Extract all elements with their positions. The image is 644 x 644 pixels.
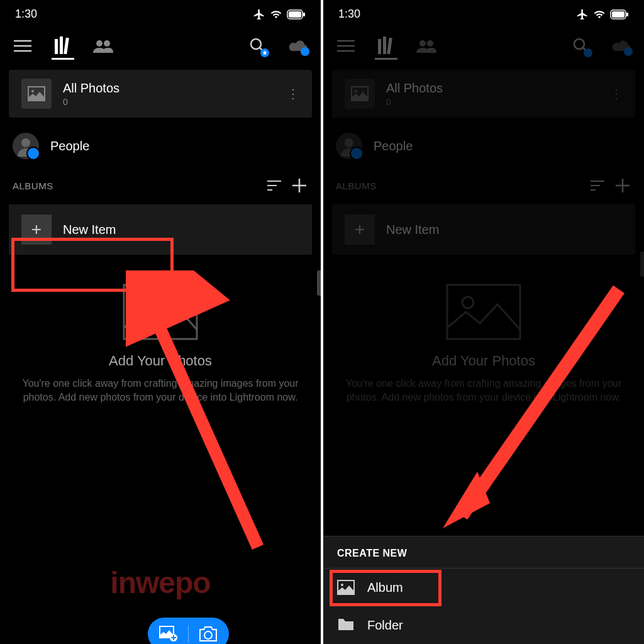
search-icon[interactable]: [247, 35, 269, 57]
folder-icon: [337, 618, 355, 633]
empty-image-icon: [446, 284, 521, 340]
people-tab-icon: [415, 35, 438, 57]
empty-state: Add Your Photos You're one click away fr…: [323, 258, 644, 418]
image-icon: [345, 79, 375, 109]
svg-point-44: [355, 90, 357, 92]
create-folder-button[interactable]: Folder: [323, 606, 644, 644]
empty-image-icon: [123, 284, 198, 340]
folder-label: Folder: [367, 618, 403, 633]
svg-point-14: [31, 90, 34, 92]
battery-icon: [610, 9, 629, 19]
empty-text: You're one click away from crafting amaz…: [342, 377, 625, 405]
people-tab-icon[interactable]: [92, 35, 114, 57]
all-photos-count: 0: [63, 97, 275, 107]
all-photos-item[interactable]: All Photos 0 ⋮: [9, 70, 312, 118]
sheet-header: CREATE NEW: [323, 536, 644, 569]
empty-text: You're one click away from crafting amaz…: [19, 377, 302, 405]
wifi-icon: [269, 9, 283, 20]
svg-point-15: [21, 138, 30, 147]
wifi-icon: [592, 9, 606, 20]
cloud-icon[interactable]: [287, 35, 309, 57]
status-time: 1:30: [15, 8, 37, 21]
albums-section-header: ALBUMS: [323, 170, 644, 201]
albums-section-header: ALBUMS: [0, 170, 321, 201]
svg-point-27: [204, 631, 212, 639]
add-image-icon: [159, 626, 178, 642]
empty-title: Add Your Photos: [19, 353, 302, 369]
battery-icon: [287, 9, 306, 19]
empty-state: Add Your Photos You're one click away fr…: [0, 258, 321, 418]
new-item-label: New Item: [63, 223, 116, 237]
create-album-button[interactable]: Album: [323, 569, 644, 606]
status-time: 1:30: [338, 8, 360, 21]
svg-point-22: [139, 297, 150, 308]
status-bar: 1:30: [323, 0, 644, 26]
all-photos-item: All Photos 0 ⋮: [332, 70, 635, 118]
cloud-icon: [610, 35, 633, 57]
more-icon: ⋮: [610, 86, 623, 101]
svg-rect-31: [612, 11, 625, 18]
empty-title: Add Your Photos: [342, 353, 625, 369]
svg-point-40: [427, 40, 433, 47]
svg-marker-56: [443, 472, 490, 528]
svg-rect-6: [55, 39, 58, 54]
phone-screen-left: 1:30 All Photos: [0, 0, 321, 644]
people-title: People: [374, 139, 413, 153]
svg-point-39: [419, 40, 426, 47]
new-item-button: + New Item: [332, 204, 635, 255]
people-avatar-icon: [13, 133, 39, 159]
all-photos-title: All Photos: [63, 81, 275, 96]
sort-icon[interactable]: [265, 177, 283, 194]
library-tab-icon: [375, 37, 397, 60]
svg-point-10: [104, 40, 110, 47]
people-item: People: [323, 121, 644, 170]
search-icon: [570, 35, 592, 57]
people-item[interactable]: People: [0, 121, 321, 170]
albums-label: ALBUMS: [336, 180, 581, 191]
people-avatar-icon: [336, 133, 362, 159]
image-icon: [21, 79, 52, 109]
scroll-handle[interactable]: [317, 270, 321, 296]
airplane-icon: [253, 8, 265, 21]
svg-point-52: [462, 297, 474, 308]
all-photos-title: All Photos: [386, 81, 599, 96]
svg-rect-36: [378, 39, 381, 54]
add-icon[interactable]: [291, 177, 308, 194]
svg-point-54: [341, 584, 343, 586]
new-item-button[interactable]: + New Item: [9, 204, 312, 255]
all-photos-count: 0: [386, 97, 599, 107]
plus-icon: +: [345, 214, 375, 245]
people-title: People: [50, 139, 89, 153]
status-icons: [253, 8, 306, 21]
svg-rect-1: [289, 11, 301, 18]
create-new-sheet: CREATE NEW Album Folder: [323, 536, 644, 644]
watermark: inwepo: [110, 565, 210, 600]
phone-screen-right: 1:30: [323, 0, 644, 644]
svg-rect-32: [626, 13, 628, 16]
svg-point-41: [574, 39, 584, 49]
sort-icon: [589, 177, 606, 194]
new-item-label: New Item: [386, 223, 439, 237]
albums-label: ALBUMS: [13, 180, 258, 191]
status-bar: 1:30: [0, 0, 321, 26]
menu-icon: [335, 35, 357, 57]
svg-rect-38: [387, 37, 392, 53]
airplane-icon: [576, 8, 589, 21]
plus-icon: +: [21, 214, 52, 245]
svg-rect-7: [60, 36, 63, 54]
svg-rect-2: [303, 13, 305, 16]
top-nav: [323, 26, 644, 66]
camera-icon: [199, 626, 218, 642]
menu-icon[interactable]: [11, 35, 34, 57]
album-label: Album: [367, 580, 403, 595]
add-icon: [614, 177, 631, 194]
album-icon: [337, 580, 355, 595]
scroll-handle: [640, 252, 644, 277]
top-nav: [0, 26, 321, 66]
library-tab-icon[interactable]: [52, 37, 74, 60]
fab-button[interactable]: [148, 618, 229, 644]
more-icon[interactable]: ⋮: [287, 86, 299, 101]
svg-point-45: [345, 138, 353, 147]
svg-rect-51: [447, 285, 520, 339]
svg-point-11: [251, 39, 261, 49]
